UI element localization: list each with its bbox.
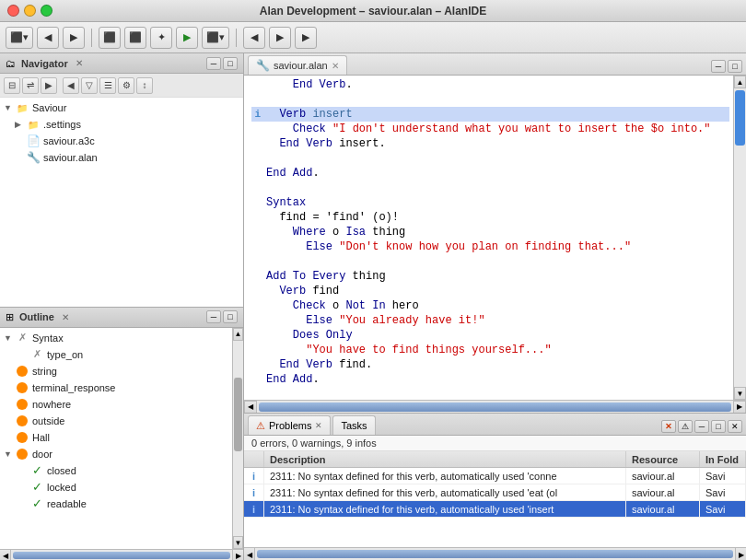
problems-tab[interactable]: ⚠ Problems ✕ <box>248 415 331 435</box>
nav-forward-button[interactable]: ▶ <box>41 77 57 94</box>
problems-hscroll[interactable]: ◀ ▶ <box>244 547 746 560</box>
folder-settings-icon: 📁 <box>26 117 41 132</box>
tree-item-saviour[interactable]: ▼ 📁 Saviour <box>0 99 243 116</box>
outline-maximize-button[interactable]: □ <box>223 310 238 323</box>
outline-minimize-button[interactable]: ─ <box>206 310 221 323</box>
editor-scroll-up-button[interactable]: ▲ <box>734 76 746 88</box>
outline-hscroll-right-button[interactable]: ▶ <box>232 550 243 560</box>
outline-hscroll-thumb[interactable] <box>13 552 230 559</box>
problems-hscroll-right-button[interactable]: ▶ <box>735 548 746 560</box>
editor-tab-saviour-alan[interactable]: 🔧 saviour.alan ✕ <box>248 55 347 75</box>
minimize-button[interactable] <box>24 5 36 17</box>
navigator-minimize-button[interactable]: ─ <box>206 57 221 70</box>
tree-item-alan[interactable]: 🔧 saviour.alan <box>0 149 243 166</box>
editor-minimize-button[interactable]: ─ <box>711 60 726 73</box>
outside-icon <box>15 414 29 428</box>
build2-button[interactable]: ⬛ <box>124 27 146 49</box>
problems-error-filter-button[interactable]: ✕ <box>661 420 676 433</box>
editor-hscroll-thumb[interactable] <box>259 402 731 412</box>
run-config-button[interactable]: ⬛▾ <box>202 27 229 49</box>
prev-edit-button[interactable]: ◀ <box>243 27 265 49</box>
outline-icon: ⊞ <box>6 311 14 323</box>
forward-button[interactable]: ▶ <box>63 27 85 49</box>
right-panel: 🔧 saviour.alan ✕ ─ □ End Verb. <box>244 53 746 560</box>
code-line-3: i Verb insert <box>251 107 729 122</box>
problems-hscroll-thumb[interactable] <box>257 550 733 558</box>
editor-maximize-button[interactable]: □ <box>728 60 742 73</box>
navigator-close-button[interactable]: ✕ <box>76 58 83 68</box>
code-line-15: Verb find <box>251 284 729 298</box>
editor-scroll-track[interactable] <box>734 88 746 387</box>
outline-scroll-up-button[interactable]: ▲ <box>233 328 243 341</box>
nav-filter-button[interactable]: ▽ <box>81 77 98 94</box>
nav-menu-button[interactable]: ☰ <box>99 77 116 94</box>
editor-scroll-thumb[interactable] <box>735 90 745 146</box>
prob-th-description[interactable]: Description <box>264 451 626 467</box>
outline-item-hall[interactable]: Hall <box>0 429 232 446</box>
problems-minimize-button[interactable]: ─ <box>694 420 709 433</box>
problems-tab-label: Problems <box>269 420 311 431</box>
tasks-tab-label: Tasks <box>341 420 367 431</box>
tree-item-a3c[interactable]: 📄 saviour.a3c <box>0 133 243 149</box>
editor-hscroll-right-button[interactable]: ▶ <box>733 401 746 414</box>
nav-back-button[interactable]: ◀ <box>63 77 79 94</box>
new-file-button[interactable]: ⬛▾ <box>6 27 33 49</box>
run-button[interactable]: ▶ <box>176 27 198 49</box>
outline-item-locked[interactable]: ✓ locked <box>0 479 232 496</box>
problems-row-2[interactable]: i 2311: No syntax defined for this verb,… <box>244 484 746 501</box>
next-edit-button[interactable]: ▶ <box>269 27 291 49</box>
outline-item-readable[interactable]: ✓ readable <box>0 496 232 512</box>
last-edit-button[interactable]: ▶ <box>295 27 317 49</box>
outline-item-terminal-response[interactable]: terminal_response <box>0 379 232 396</box>
problems-hscroll-left-button[interactable]: ◀ <box>244 548 255 560</box>
nowhere-icon <box>15 397 29 412</box>
tasks-tab[interactable]: Tasks <box>332 415 375 435</box>
outline-item-type-on[interactable]: ✗ type_on <box>0 346 232 363</box>
outline-hscroll-left-button[interactable]: ◀ <box>0 550 11 560</box>
outline-scroll-thumb[interactable] <box>234 378 242 451</box>
editor-hscroll-left-button[interactable]: ◀ <box>244 401 257 414</box>
back-button[interactable]: ◀ <box>37 27 59 49</box>
outline-scroll-down-button[interactable]: ▼ <box>233 536 243 549</box>
editor-area: 🔧 saviour.alan ✕ ─ □ End Verb. <box>244 53 746 413</box>
tree-item-settings[interactable]: ▶ 📁 .settings <box>0 116 243 133</box>
editor-vscrollbar[interactable]: ▲ ▼ <box>733 76 746 400</box>
problems-tab-close[interactable]: ✕ <box>315 421 322 430</box>
clean-button[interactable]: ✦ <box>150 27 172 49</box>
prob-th-resource[interactable]: Resource <box>626 451 700 467</box>
problems-row-3[interactable]: i 2311: No syntax defined for this verb,… <box>244 501 746 518</box>
outline-item-string[interactable]: string <box>0 363 232 379</box>
code-line-7: End Add. <box>251 166 729 181</box>
editor-scroll-down-button[interactable]: ▼ <box>734 387 746 400</box>
problems-maximize-button[interactable]: □ <box>711 420 726 433</box>
nav-settings-button[interactable]: ⚙ <box>118 77 134 94</box>
navigator-tree: ▼ 📁 Saviour ▶ 📁 .settings 📄 savio <box>0 98 243 307</box>
maximize-button[interactable] <box>41 5 52 17</box>
problems-warning-filter-button[interactable]: ⚠ <box>678 420 693 433</box>
editor-hscrollbar[interactable]: ◀ ▶ <box>244 400 746 413</box>
nav-link-editor-button[interactable]: ⇌ <box>22 77 39 94</box>
code-editor[interactable]: End Verb. i Verb insert Check <box>244 76 733 400</box>
outline-hscroll[interactable]: ◀ ▶ <box>0 549 243 560</box>
prob-cell-infold-3: Savi <box>700 501 746 517</box>
navigator-panel: 🗂 Navigator ✕ ─ □ ⊟ ⇌ ▶ ◀ ▽ ☰ ⚙ ↕ <box>0 53 243 308</box>
problems-close-button[interactable]: ✕ <box>728 420 742 433</box>
outline-scroll-track[interactable] <box>233 341 243 537</box>
nav-view-button[interactable]: ↕ <box>136 77 153 94</box>
prob-th-infold[interactable]: In Fold <box>700 451 746 467</box>
build-button[interactable]: ⬛ <box>99 27 121 49</box>
outline-item-door[interactable]: ▼ door <box>0 446 232 462</box>
code-line-5: End Verb insert. <box>251 136 729 151</box>
outline-item-nowhere[interactable]: nowhere <box>0 396 232 413</box>
navigator-maximize-button[interactable]: □ <box>223 57 238 70</box>
outline-item-syntax[interactable]: ▼ ✗ Syntax <box>0 330 232 346</box>
outline-scrollbar[interactable]: ▲ ▼ <box>232 328 243 550</box>
problems-row-1[interactable]: i 2311: No syntax defined for this verb,… <box>244 468 746 484</box>
outline-item-closed[interactable]: ✓ closed <box>0 462 232 479</box>
outline-item-outside[interactable]: outside <box>0 413 232 429</box>
close-button[interactable] <box>7 5 19 17</box>
outline-close-button[interactable]: ✕ <box>62 312 69 322</box>
tree-label-alan: saviour.alan <box>43 152 98 163</box>
nav-collapse-button[interactable]: ⊟ <box>4 77 20 94</box>
window-controls[interactable] <box>7 5 52 17</box>
